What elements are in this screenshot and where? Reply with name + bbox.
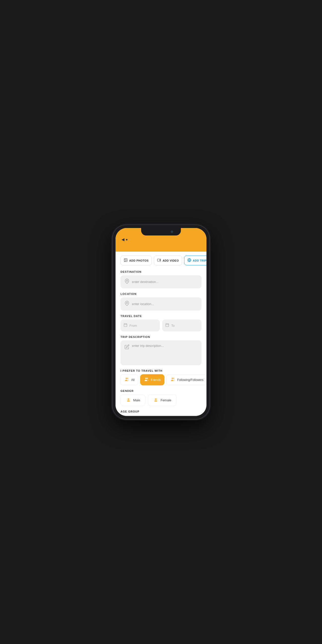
calendar-to-icon xyxy=(165,323,169,328)
destination-placeholder: enter destination... xyxy=(132,280,159,284)
description-placeholder: enter trip description... xyxy=(132,344,164,348)
svg-point-19 xyxy=(147,378,148,379)
preference-friends[interactable]: Friends xyxy=(140,374,164,386)
photos-icon xyxy=(124,258,128,263)
edit-icon xyxy=(124,344,129,350)
travel-preference-section: I PREFER TO TRAVEL WITH All xyxy=(120,369,202,386)
female-icon xyxy=(153,397,159,403)
svg-rect-2 xyxy=(157,259,160,261)
date-from-input[interactable]: From xyxy=(120,320,160,332)
gender-section: GENDER Male xyxy=(120,390,202,406)
travel-date-label: TRAVEL DATE xyxy=(120,314,202,318)
calendar-from-icon xyxy=(123,323,127,328)
gender-male-label: Male xyxy=(133,398,140,402)
svg-point-16 xyxy=(126,378,127,379)
phone-device: ◄ ADD PHOTOS xyxy=(113,225,209,419)
add-trip-label: ADD TRIP xyxy=(193,259,207,262)
gender-label: GENDER xyxy=(120,390,202,392)
destination-section: DESTINATION enter destination... xyxy=(120,270,202,288)
location-input[interactable]: enter location... xyxy=(120,298,202,310)
from-placeholder: From xyxy=(129,324,137,328)
age-group-section: AGE GROUP 18+ 70 25 50 xyxy=(120,410,202,416)
back-dot-icon xyxy=(126,239,127,240)
travel-preference-label: I PREFER TO TRAVEL WITH xyxy=(120,369,202,372)
friends-icon xyxy=(144,377,149,383)
back-button[interactable]: ◄ xyxy=(120,237,202,242)
location-placeholder: enter location... xyxy=(132,302,154,306)
location-icon xyxy=(124,301,129,307)
preference-following[interactable]: Following/Followers xyxy=(166,374,207,386)
gender-options: Male Female xyxy=(120,394,202,406)
date-to-input[interactable]: To xyxy=(162,320,202,332)
destination-input[interactable]: enter destination... xyxy=(120,275,202,288)
destination-icon xyxy=(124,279,129,285)
preference-following-label: Following/Followers xyxy=(177,378,203,382)
svg-point-18 xyxy=(145,378,147,379)
add-trip-button[interactable]: ADD TRIP xyxy=(184,256,207,265)
to-placeholder: To xyxy=(171,324,175,328)
add-photos-label: ADD PHOTOS xyxy=(129,259,149,262)
description-section: TRIP DESCRIPTION enter trip description.… xyxy=(120,336,202,365)
date-row: From To xyxy=(120,320,202,332)
description-input[interactable]: enter trip description... xyxy=(120,340,202,365)
following-icon xyxy=(170,377,176,383)
svg-point-25 xyxy=(155,398,157,400)
content-area: ADD PHOTOS ADD VIDEO xyxy=(115,252,207,416)
location-label: LOCATION xyxy=(120,292,202,296)
all-icon xyxy=(124,377,130,383)
svg-point-21 xyxy=(173,378,174,379)
svg-point-23 xyxy=(128,398,129,400)
preference-friends-label: Friends xyxy=(151,378,161,382)
action-buttons-row: ADD PHOTOS ADD VIDEO xyxy=(120,256,202,265)
preference-options: All Friends xyxy=(120,374,202,386)
gender-female-label: Female xyxy=(161,398,171,402)
destination-label: DESTINATION xyxy=(120,270,202,273)
svg-rect-12 xyxy=(166,324,169,327)
add-video-label: ADD VIDEO xyxy=(162,259,179,262)
video-icon xyxy=(157,258,161,263)
globe-icon xyxy=(187,258,191,263)
male-icon xyxy=(126,397,131,403)
description-label: TRIP DESCRIPTION xyxy=(120,336,202,338)
travel-date-section: TRAVEL DATE From xyxy=(120,314,202,332)
svg-point-17 xyxy=(127,378,128,379)
notch xyxy=(141,228,181,236)
preference-all-label: All xyxy=(131,378,134,382)
location-section: LOCATION enter location... xyxy=(120,292,202,310)
svg-point-6 xyxy=(126,280,128,282)
gender-female[interactable]: Female xyxy=(148,394,176,406)
svg-point-7 xyxy=(126,302,128,304)
phone-screen: ◄ ADD PHOTOS xyxy=(115,228,207,416)
svg-rect-8 xyxy=(124,324,127,327)
front-camera xyxy=(170,230,173,233)
gender-male[interactable]: Male xyxy=(120,394,145,406)
back-arrow-icon: ◄ xyxy=(120,237,125,242)
age-group-label: AGE GROUP xyxy=(120,410,202,413)
add-photos-button[interactable]: ADD PHOTOS xyxy=(120,256,152,265)
add-video-button[interactable]: ADD VIDEO xyxy=(154,256,182,265)
svg-point-1 xyxy=(125,259,125,260)
age-slider-container: 18+ 70 25 50 xyxy=(120,415,202,416)
preference-all[interactable]: All xyxy=(120,374,138,386)
svg-point-20 xyxy=(172,378,173,379)
